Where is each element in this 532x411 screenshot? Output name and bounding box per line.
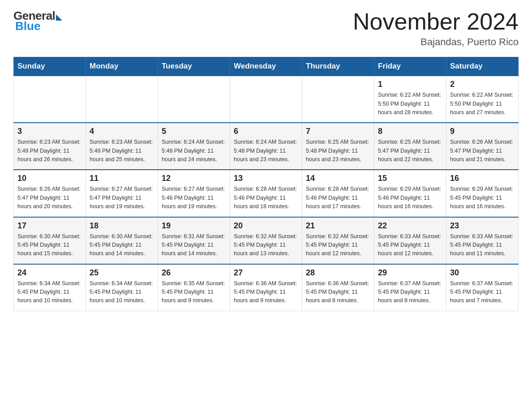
day-info: Sunrise: 6:33 AM Sunset: 5:45 PM Dayligh… (378, 232, 442, 258)
calendar-week-row: 24Sunrise: 6:34 AM Sunset: 5:45 PM Dayli… (14, 264, 519, 311)
location-label: Bajandas, Puerto Rico (353, 36, 519, 48)
calendar-cell: 14Sunrise: 6:28 AM Sunset: 5:46 PM Dayli… (302, 170, 374, 217)
calendar-cell: 8Sunrise: 6:25 AM Sunset: 5:47 PM Daylig… (374, 123, 446, 170)
calendar-week-row: 1Sunrise: 6:22 AM Sunset: 5:50 PM Daylig… (14, 76, 519, 123)
calendar-week-row: 3Sunrise: 6:23 AM Sunset: 5:49 PM Daylig… (14, 123, 519, 170)
calendar-cell: 20Sunrise: 6:32 AM Sunset: 5:45 PM Dayli… (230, 217, 302, 264)
day-number: 1 (378, 80, 442, 89)
day-number: 4 (90, 127, 154, 136)
day-number: 3 (17, 127, 82, 136)
calendar-cell: 7Sunrise: 6:25 AM Sunset: 5:48 PM Daylig… (302, 123, 374, 170)
day-number: 26 (162, 268, 226, 278)
day-number: 15 (378, 174, 442, 183)
day-info: Sunrise: 6:26 AM Sunset: 5:47 PM Dayligh… (450, 138, 515, 164)
calendar-cell: 6Sunrise: 6:24 AM Sunset: 5:48 PM Daylig… (230, 123, 302, 170)
day-number: 10 (17, 174, 82, 183)
day-info: Sunrise: 6:27 AM Sunset: 5:47 PM Dayligh… (90, 185, 154, 211)
weekday-header-thursday: Thursday (302, 57, 374, 76)
calendar-cell: 13Sunrise: 6:28 AM Sunset: 5:46 PM Dayli… (230, 170, 302, 217)
calendar-cell (14, 76, 86, 123)
day-number: 21 (306, 221, 370, 231)
weekday-header-sunday: Sunday (14, 57, 86, 76)
day-number: 24 (17, 268, 82, 278)
calendar-cell: 12Sunrise: 6:27 AM Sunset: 5:46 PM Dayli… (158, 170, 230, 217)
day-info: Sunrise: 6:22 AM Sunset: 5:50 PM Dayligh… (450, 91, 515, 117)
day-info: Sunrise: 6:36 AM Sunset: 5:45 PM Dayligh… (306, 279, 370, 305)
day-number: 20 (234, 221, 298, 231)
day-info: Sunrise: 6:28 AM Sunset: 5:46 PM Dayligh… (234, 185, 298, 211)
day-number: 8 (378, 127, 442, 136)
day-info: Sunrise: 6:28 AM Sunset: 5:46 PM Dayligh… (306, 185, 370, 211)
day-number: 5 (162, 127, 226, 136)
day-number: 11 (90, 174, 154, 183)
day-info: Sunrise: 6:29 AM Sunset: 5:45 PM Dayligh… (450, 185, 515, 211)
day-info: Sunrise: 6:24 AM Sunset: 5:48 PM Dayligh… (234, 138, 298, 164)
day-number: 17 (17, 221, 82, 231)
weekday-header-row: SundayMondayTuesdayWednesdayThursdayFrid… (14, 57, 519, 76)
calendar-week-row: 17Sunrise: 6:30 AM Sunset: 5:45 PM Dayli… (14, 217, 519, 264)
day-info: Sunrise: 6:35 AM Sunset: 5:45 PM Dayligh… (162, 279, 226, 305)
day-info: Sunrise: 6:32 AM Sunset: 5:45 PM Dayligh… (306, 232, 370, 258)
day-info: Sunrise: 6:31 AM Sunset: 5:45 PM Dayligh… (162, 232, 226, 258)
weekday-header-monday: Monday (86, 57, 158, 76)
calendar-cell: 16Sunrise: 6:29 AM Sunset: 5:45 PM Dayli… (446, 170, 519, 217)
day-info: Sunrise: 6:34 AM Sunset: 5:45 PM Dayligh… (90, 279, 154, 305)
calendar-cell: 18Sunrise: 6:30 AM Sunset: 5:45 PM Dayli… (86, 217, 158, 264)
calendar-cell: 17Sunrise: 6:30 AM Sunset: 5:45 PM Dayli… (14, 217, 86, 264)
logo: General Blue (13, 9, 62, 33)
day-number: 16 (450, 174, 515, 183)
day-number: 28 (306, 268, 370, 278)
day-info: Sunrise: 6:37 AM Sunset: 5:45 PM Dayligh… (378, 279, 442, 305)
day-info: Sunrise: 6:25 AM Sunset: 5:47 PM Dayligh… (378, 138, 442, 164)
day-info: Sunrise: 6:32 AM Sunset: 5:45 PM Dayligh… (234, 232, 298, 258)
day-number: 12 (162, 174, 226, 183)
weekday-header-tuesday: Tuesday (158, 57, 230, 76)
day-info: Sunrise: 6:22 AM Sunset: 5:50 PM Dayligh… (378, 91, 442, 117)
day-info: Sunrise: 6:29 AM Sunset: 5:46 PM Dayligh… (378, 185, 442, 211)
calendar-cell: 1Sunrise: 6:22 AM Sunset: 5:50 PM Daylig… (374, 76, 446, 123)
day-info: Sunrise: 6:26 AM Sunset: 5:47 PM Dayligh… (17, 185, 82, 211)
calendar-cell (86, 76, 158, 123)
day-number: 19 (162, 221, 226, 231)
day-number: 18 (90, 221, 154, 231)
calendar-cell: 11Sunrise: 6:27 AM Sunset: 5:47 PM Dayli… (86, 170, 158, 217)
day-number: 29 (378, 268, 442, 278)
calendar-table: SundayMondayTuesdayWednesdayThursdayFrid… (13, 57, 519, 311)
day-number: 22 (378, 221, 442, 231)
calendar-cell: 19Sunrise: 6:31 AM Sunset: 5:45 PM Dayli… (158, 217, 230, 264)
calendar-cell: 2Sunrise: 6:22 AM Sunset: 5:50 PM Daylig… (446, 76, 519, 123)
calendar-cell (302, 76, 374, 123)
day-number: 2 (450, 80, 515, 89)
day-number: 9 (450, 127, 515, 136)
calendar-cell: 23Sunrise: 6:33 AM Sunset: 5:45 PM Dayli… (446, 217, 519, 264)
calendar-cell: 15Sunrise: 6:29 AM Sunset: 5:46 PM Dayli… (374, 170, 446, 217)
logo-blue-text: Blue (15, 19, 40, 33)
day-info: Sunrise: 6:37 AM Sunset: 5:45 PM Dayligh… (450, 279, 515, 305)
day-info: Sunrise: 6:34 AM Sunset: 5:45 PM Dayligh… (17, 279, 82, 305)
day-info: Sunrise: 6:23 AM Sunset: 5:49 PM Dayligh… (17, 138, 82, 164)
day-info: Sunrise: 6:25 AM Sunset: 5:48 PM Dayligh… (306, 138, 370, 164)
day-info: Sunrise: 6:27 AM Sunset: 5:46 PM Dayligh… (162, 185, 226, 211)
calendar-cell: 25Sunrise: 6:34 AM Sunset: 5:45 PM Dayli… (86, 264, 158, 311)
calendar-cell (230, 76, 302, 123)
calendar-cell: 3Sunrise: 6:23 AM Sunset: 5:49 PM Daylig… (14, 123, 86, 170)
day-number: 25 (90, 268, 154, 278)
weekday-header-friday: Friday (374, 57, 446, 76)
day-info: Sunrise: 6:33 AM Sunset: 5:45 PM Dayligh… (450, 232, 515, 258)
title-area: November 2024 Bajandas, Puerto Rico (353, 9, 519, 48)
day-number: 7 (306, 127, 370, 136)
calendar-cell: 27Sunrise: 6:36 AM Sunset: 5:45 PM Dayli… (230, 264, 302, 311)
day-info: Sunrise: 6:23 AM Sunset: 5:49 PM Dayligh… (90, 138, 154, 164)
calendar-cell: 9Sunrise: 6:26 AM Sunset: 5:47 PM Daylig… (446, 123, 519, 170)
logo-triangle-icon (56, 14, 62, 21)
day-info: Sunrise: 6:30 AM Sunset: 5:45 PM Dayligh… (17, 232, 82, 258)
day-number: 6 (234, 127, 298, 136)
calendar-cell: 5Sunrise: 6:24 AM Sunset: 5:49 PM Daylig… (158, 123, 230, 170)
day-number: 27 (234, 268, 298, 278)
calendar-cell: 29Sunrise: 6:37 AM Sunset: 5:45 PM Dayli… (374, 264, 446, 311)
calendar-cell: 28Sunrise: 6:36 AM Sunset: 5:45 PM Dayli… (302, 264, 374, 311)
calendar-cell: 24Sunrise: 6:34 AM Sunset: 5:45 PM Dayli… (14, 264, 86, 311)
calendar-cell: 22Sunrise: 6:33 AM Sunset: 5:45 PM Dayli… (374, 217, 446, 264)
calendar-cell: 4Sunrise: 6:23 AM Sunset: 5:49 PM Daylig… (86, 123, 158, 170)
day-number: 30 (450, 268, 515, 278)
